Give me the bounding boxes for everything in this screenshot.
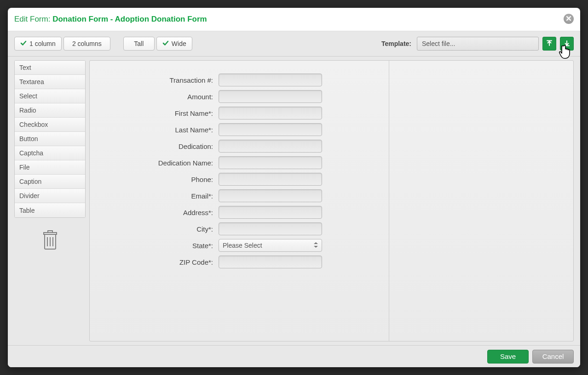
palette-item-button[interactable]: Button <box>15 132 85 146</box>
city-input[interactable] <box>219 222 322 235</box>
template-placeholder: Select file... <box>422 40 455 47</box>
form-row[interactable]: ZIP Code*: <box>99 254 380 270</box>
form-row[interactable]: Address*: <box>99 204 380 221</box>
transaction-number-input[interactable] <box>219 74 322 86</box>
field-label: Address*: <box>99 209 219 216</box>
save-button[interactable]: Save <box>487 350 529 364</box>
palette-label: Textarea <box>19 78 44 85</box>
template-file-select[interactable]: Select file... <box>417 37 539 51</box>
wide-label: Wide <box>172 40 186 47</box>
form-row[interactable]: State*: Please Select <box>99 237 380 254</box>
field-label: First Name*: <box>99 109 219 117</box>
check-icon <box>162 40 169 48</box>
form-row[interactable]: City*: <box>99 221 380 237</box>
state-select[interactable]: Please Select <box>219 239 322 252</box>
field-label: State*: <box>99 242 219 250</box>
last-name-input[interactable] <box>219 123 322 136</box>
title-name: Donation Form - Adoption Donation Form <box>52 15 207 23</box>
palette-label: Radio <box>19 107 36 114</box>
upload-template-button[interactable] <box>542 37 556 51</box>
palette-label: Select <box>19 92 37 100</box>
modal-body: Text Textarea Select Radio Checkbox Butt… <box>8 57 580 345</box>
trash-icon <box>42 244 58 251</box>
modal-footer: Save Cancel <box>8 345 580 367</box>
first-name-input[interactable] <box>219 107 322 119</box>
check-icon <box>20 40 27 48</box>
form-row[interactable]: Dedication Name: <box>99 154 380 171</box>
form-row[interactable]: Last Name*: <box>99 121 380 138</box>
download-icon <box>564 40 570 48</box>
palette-item-captcha[interactable]: Captcha <box>15 146 85 160</box>
field-label: Transaction #: <box>99 76 219 84</box>
form-row[interactable]: Dedication: <box>99 138 380 154</box>
cancel-label: Cancel <box>542 352 564 360</box>
palette-item-divider[interactable]: Divider <box>15 189 85 203</box>
amount-input[interactable] <box>219 90 322 103</box>
zip-code-input[interactable] <box>219 256 322 268</box>
field-label: Amount: <box>99 93 219 101</box>
form-canvas[interactable]: Transaction #: Amount: First Name*: Last… <box>89 60 574 341</box>
palette-label: Caption <box>19 178 41 185</box>
form-row[interactable]: Transaction #: <box>99 72 380 88</box>
title-prefix: Edit Form: <box>14 15 52 23</box>
field-label: Last Name*: <box>99 126 219 134</box>
dedication-name-input[interactable] <box>219 156 322 169</box>
form-row[interactable]: First Name*: <box>99 105 380 121</box>
two-column-toggle[interactable]: 2 columns <box>63 37 110 51</box>
field-label: Email*: <box>99 192 219 200</box>
palette-item-radio[interactable]: Radio <box>15 103 85 118</box>
palette-item-select[interactable]: Select <box>15 89 85 103</box>
palette-item-textarea[interactable]: Textarea <box>15 75 85 89</box>
email-input[interactable] <box>219 189 322 202</box>
field-palette-sidebar: Text Textarea Select Radio Checkbox Butt… <box>14 60 86 341</box>
upload-icon <box>546 40 553 48</box>
modal-title: Edit Form: Donation Form - Adoption Dona… <box>14 15 207 24</box>
field-label: ZIP Code*: <box>99 258 219 266</box>
field-type-list: Text Textarea Select Radio Checkbox Butt… <box>14 60 86 218</box>
trash-dropzone[interactable] <box>42 229 58 250</box>
address-input[interactable] <box>219 206 322 219</box>
palette-label: Checkbox <box>19 121 48 128</box>
toolbar: 1 column 2 columns Tall Wide Template: S… <box>8 31 580 57</box>
column-toggle-group: 1 column 2 columns <box>14 37 110 51</box>
download-template-button[interactable] <box>560 37 574 51</box>
palette-label: Text <box>19 64 31 71</box>
palette-label: Table <box>19 207 35 214</box>
palette-label: Button <box>19 135 38 142</box>
palette-item-text[interactable]: Text <box>15 61 85 75</box>
template-label: Template: <box>381 40 411 47</box>
modal-header: Edit Form: Donation Form - Adoption Dona… <box>8 8 580 26</box>
field-label: City*: <box>99 225 219 233</box>
one-column-label: 1 column <box>29 40 56 47</box>
field-label: Dedication Name: <box>99 159 219 167</box>
two-column-label: 2 columns <box>72 40 102 47</box>
form-row[interactable]: Phone: <box>99 171 380 188</box>
palette-label: Captcha <box>19 149 43 157</box>
save-label: Save <box>500 352 516 360</box>
tall-toggle[interactable]: Tall <box>123 37 155 51</box>
field-label: Dedication: <box>99 142 219 150</box>
sort-icon <box>314 242 318 249</box>
palette-item-checkbox[interactable]: Checkbox <box>15 118 85 132</box>
form-row[interactable]: Amount: <box>99 88 380 105</box>
phone-input[interactable] <box>219 173 322 186</box>
palette-item-table[interactable]: Table <box>15 203 85 217</box>
dedication-input[interactable] <box>219 140 322 153</box>
size-toggle-group: Tall Wide <box>123 37 192 51</box>
wide-toggle[interactable]: Wide <box>156 37 192 51</box>
palette-label: File <box>19 164 30 171</box>
field-label: Phone: <box>99 176 219 183</box>
form-column-2[interactable] <box>389 61 573 341</box>
form-column-1: Transaction #: Amount: First Name*: Last… <box>90 61 389 341</box>
edit-form-modal: Edit Form: Donation Form - Adoption Dona… <box>8 8 580 367</box>
tall-label: Tall <box>134 40 144 47</box>
close-button[interactable] <box>564 14 574 24</box>
form-row[interactable]: Email*: <box>99 188 380 204</box>
cancel-button[interactable]: Cancel <box>532 350 574 364</box>
state-select-value: Please Select <box>223 242 262 249</box>
palette-item-caption[interactable]: Caption <box>15 175 85 189</box>
palette-item-file[interactable]: File <box>15 160 85 175</box>
palette-label: Divider <box>19 192 40 199</box>
one-column-toggle[interactable]: 1 column <box>14 37 62 51</box>
close-icon <box>566 16 571 23</box>
